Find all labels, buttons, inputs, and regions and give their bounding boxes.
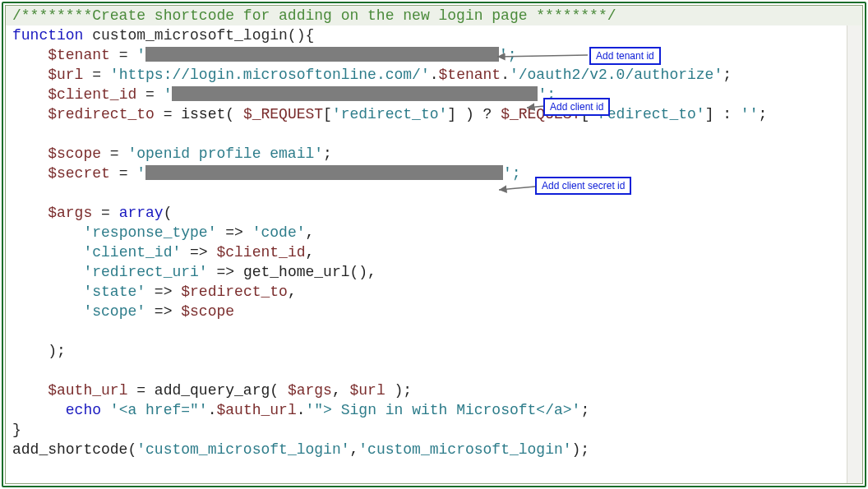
var-client-id: $client_id [48,86,136,103]
comment-text: /********Create shortcode for adding on … [12,7,616,24]
code-line: function custom_microsoft_login(){ [6,25,862,45]
code-line: } [6,420,862,440]
redacted-tenant-id [145,47,499,62]
blank-line [6,124,862,144]
code-line: 'client_id' => $client_id, [6,242,862,262]
var-args: $args [48,205,92,221]
code-line: add_shortcode('custom_microsoft_login','… [6,440,862,459]
var-auth-url: $auth_url [48,382,127,399]
code-line: 'redirect_uri' => get_home_url(), [6,262,862,282]
code-line: 'response_type' => 'code', [6,223,862,242]
code-line: ); [6,341,862,361]
blank-line [6,183,862,203]
code-block: /********Create shortcode for adding on … [6,6,862,459]
callout-add-client-id: Add client id [543,98,610,116]
code-line: $args = array( [6,203,862,223]
var-url: $url [48,67,83,83]
var-tenant: $tenant [48,47,110,63]
code-screenshot-frame: /********Create shortcode for adding on … [2,2,866,487]
code-line: echo '<a href="'.$auth_url.'"> Sign in w… [6,400,862,420]
code-line: $url = 'https://login.microsoftonline.co… [6,65,862,85]
var-secret: $secret [48,165,110,182]
keyword-function: function [12,27,83,44]
svg-line-2 [499,187,535,190]
redacted-client-secret [145,165,503,180]
keyword-array: array [119,205,164,221]
code-line: $secret = ''; [6,164,862,183]
code-line: 'scope' => $scope [6,302,862,321]
code-line: $scope = 'openid profile email'; [6,144,862,164]
var-redirect-to: $redirect_to [48,106,155,122]
blank-line [6,321,862,341]
code-line: $redirect_to = isset( $_REQUEST['redirec… [6,104,862,124]
var-scope: $scope [48,145,101,162]
code-line: $auth_url = add_query_arg( $args, $url )… [6,381,862,400]
code-line: $tenant = ''; [6,45,862,65]
function-name: custom_microsoft_login(){ [83,27,314,44]
callout-arrow-tenant [496,47,594,63]
svg-line-0 [497,55,588,57]
svg-line-1 [527,106,545,108]
keyword-echo: echo [66,402,101,418]
editor-viewport: /********Create shortcode for adding on … [5,5,863,484]
blank-line [6,361,862,381]
callout-add-client-secret-id: Add client secret id [535,177,631,195]
callout-arrow-secret [497,180,538,193]
code-comment-line: /********Create shortcode for adding on … [6,6,862,25]
code-line: $client_id = ''; [6,85,862,104]
code-line: 'state' => $redirect_to, [6,282,862,302]
redacted-client-id [172,86,538,101]
callout-add-tenant-id: Add tenant id [589,47,661,65]
